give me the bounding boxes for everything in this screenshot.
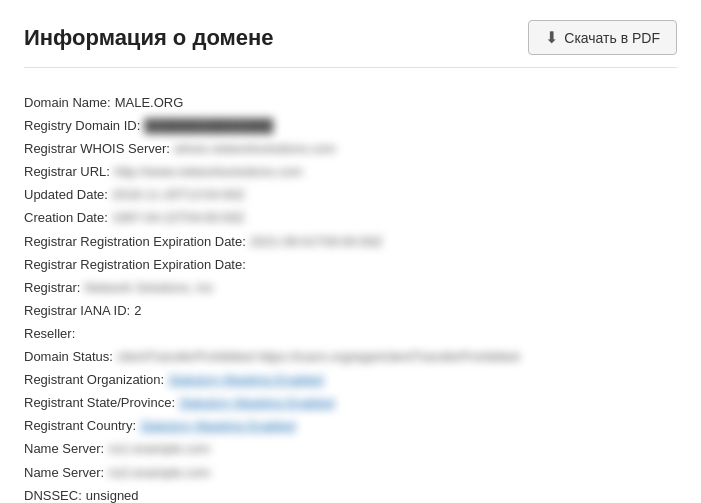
whois-value: 1997-04-22T04:00:00Z	[112, 207, 245, 229]
whois-row: Registrar Registration Expiration Date:	[24, 254, 677, 276]
whois-value: unsigned	[86, 485, 139, 503]
whois-label: Registrant Organization:	[24, 369, 164, 391]
whois-value: MALE.ORG	[115, 92, 184, 114]
whois-label: Name Server:	[24, 438, 104, 460]
whois-value: 2	[134, 300, 141, 322]
whois-row: Registrant Country:Statutory Masking Ena…	[24, 415, 677, 437]
whois-label: Domain Name:	[24, 92, 111, 114]
page-header: Информация о домене ⬇ Скачать в PDF	[24, 20, 677, 68]
whois-label: Registrar WHOIS Server:	[24, 138, 170, 160]
whois-row: DNSSEC:unsigned	[24, 485, 677, 503]
whois-row: Registry Domain ID:██████████████	[24, 115, 677, 137]
whois-label: Reseller:	[24, 323, 75, 345]
whois-value: Network Solutions, Inc	[84, 277, 213, 299]
whois-row: Registrar URL:http://www.networksolution…	[24, 161, 677, 183]
whois-row: Registrar Registration Expiration Date:2…	[24, 231, 677, 253]
whois-info: Domain Name: MALE.ORGRegistry Domain ID:…	[24, 92, 677, 503]
whois-value: whois.networksolutions.com	[174, 138, 336, 160]
download-icon: ⬇	[545, 28, 558, 47]
whois-label: Registrar URL:	[24, 161, 110, 183]
whois-value: Statutory Masking Enabled	[168, 369, 323, 391]
whois-label: Updated Date:	[24, 184, 108, 206]
whois-value: 2021-09-01T00:00:00Z	[250, 231, 383, 253]
whois-value: Statutory Masking Enabled	[140, 415, 295, 437]
whois-row: Reseller:	[24, 323, 677, 345]
whois-row: Registrar IANA ID:2	[24, 300, 677, 322]
whois-value: ██████████████	[144, 115, 273, 137]
whois-value: http://www.networksolutions.com	[114, 161, 303, 183]
whois-label: Registrar Registration Expiration Date:	[24, 254, 246, 276]
whois-row: Name Server:ns2.example.com	[24, 462, 677, 484]
whois-row: Registrar WHOIS Server:whois.networksolu…	[24, 138, 677, 160]
whois-value: ns1.example.com	[108, 438, 210, 460]
whois-row: Updated Date:2018-11-20T13:54:00Z	[24, 184, 677, 206]
page-title: Информация о домене	[24, 25, 274, 51]
whois-label: Registrar IANA ID:	[24, 300, 130, 322]
whois-row: Registrar:Network Solutions, Inc	[24, 277, 677, 299]
whois-row: Name Server:ns1.example.com	[24, 438, 677, 460]
whois-value: Statutory Masking Enabled	[179, 392, 334, 414]
whois-value: clientTransferProhibited https://icann.o…	[117, 346, 519, 368]
whois-row: Domain Status:clientTransferProhibited h…	[24, 346, 677, 368]
whois-label: Name Server:	[24, 462, 104, 484]
whois-label: Registrant State/Province:	[24, 392, 175, 414]
whois-row: Registrant Organization:Statutory Maskin…	[24, 369, 677, 391]
pdf-button-label: Скачать в PDF	[564, 30, 660, 46]
whois-label: Registrar:	[24, 277, 80, 299]
whois-value: 2018-11-20T13:54:00Z	[112, 184, 245, 206]
whois-label: Creation Date:	[24, 207, 108, 229]
whois-label: Registry Domain ID:	[24, 115, 140, 137]
download-pdf-button[interactable]: ⬇ Скачать в PDF	[528, 20, 677, 55]
whois-label: Registrar Registration Expiration Date:	[24, 231, 246, 253]
whois-row: Creation Date:1997-04-22T04:00:00Z	[24, 207, 677, 229]
whois-label: Domain Status:	[24, 346, 113, 368]
whois-row: Domain Name: MALE.ORG	[24, 92, 677, 114]
whois-label: Registrant Country:	[24, 415, 136, 437]
whois-label: DNSSEC:	[24, 485, 82, 503]
whois-value: ns2.example.com	[108, 462, 210, 484]
whois-row: Registrant State/Province:Statutory Mask…	[24, 392, 677, 414]
